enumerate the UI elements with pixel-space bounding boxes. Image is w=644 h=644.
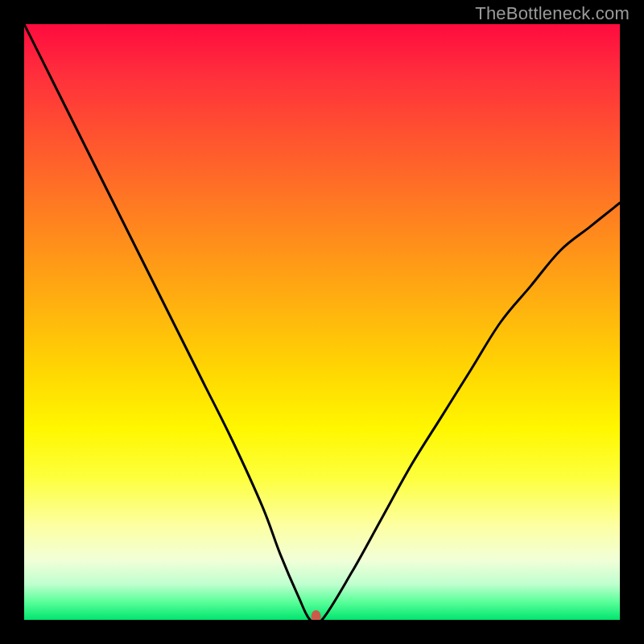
watermark-text: TheBottleneck.com: [475, 3, 630, 24]
svg-point-0: [312, 610, 321, 620]
bottleneck-curve: [24, 24, 620, 620]
plot-area: [24, 24, 620, 620]
curve-svg: [24, 24, 620, 620]
chart-frame: TheBottleneck.com: [0, 0, 644, 644]
optimal-marker: [312, 610, 321, 620]
